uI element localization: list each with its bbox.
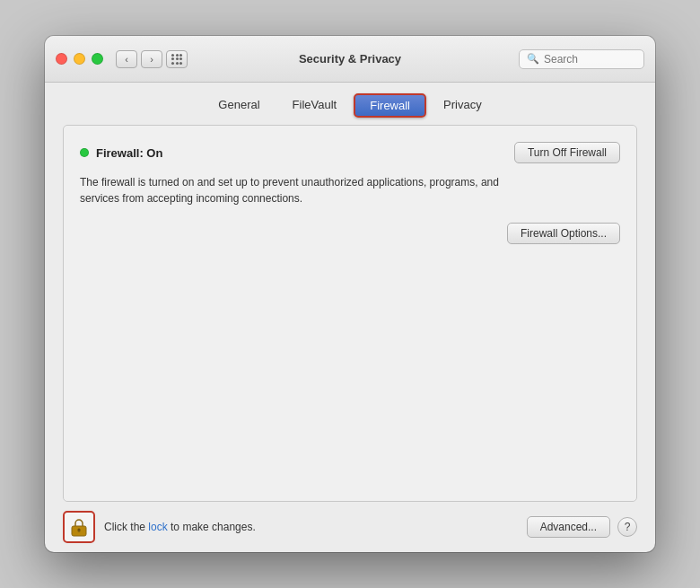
forward-button[interactable]: › <box>141 50 162 68</box>
close-button[interactable] <box>56 53 67 65</box>
tabs-bar: General FileVault Firewall Privacy <box>45 83 655 125</box>
search-icon: 🔍 <box>527 53 539 65</box>
firewall-status-label: Firewall: On <box>96 146 162 160</box>
search-input[interactable] <box>544 53 636 66</box>
grid-view-button[interactable] <box>166 50 188 68</box>
main-window: ‹ › Security & Privacy 🔍 General FileVau… <box>45 36 655 552</box>
lock-icon-button[interactable] <box>63 511 95 543</box>
lock-link[interactable]: lock <box>148 521 167 533</box>
content-area: Firewall: On Turn Off Firewall The firew… <box>63 125 637 502</box>
minimize-button[interactable] <box>74 53 85 65</box>
advanced-button[interactable]: Advanced... <box>527 516 610 538</box>
firewall-status-row: Firewall: On Turn Off Firewall <box>80 142 620 163</box>
bottom-bar: Click the lock to make changes. Advanced… <box>45 502 655 552</box>
status-dot <box>80 148 89 157</box>
traffic-lights <box>56 53 103 65</box>
firewall-options-button[interactable]: Firewall Options... <box>507 223 620 244</box>
nav-buttons: ‹ › <box>116 50 162 68</box>
status-left: Firewall: On <box>80 146 162 160</box>
svg-point-2 <box>78 529 81 531</box>
turn-off-firewall-button[interactable]: Turn Off Firewall <box>514 142 620 163</box>
titlebar: ‹ › Security & Privacy 🔍 <box>45 36 655 83</box>
help-button[interactable]: ? <box>617 517 637 537</box>
tab-filevault[interactable]: FileVault <box>277 93 353 118</box>
back-button[interactable]: ‹ <box>116 50 137 68</box>
lock-icon <box>69 517 89 537</box>
window-title: Security & Privacy <box>299 52 401 66</box>
tab-privacy[interactable]: Privacy <box>428 93 497 118</box>
lock-description: Click the lock to make changes. <box>104 521 518 533</box>
bottom-right-actions: Advanced... ? <box>527 516 637 538</box>
search-box[interactable]: 🔍 <box>519 49 644 69</box>
firewall-description: The firewall is turned on and set up to … <box>80 174 511 206</box>
maximize-button[interactable] <box>92 53 103 65</box>
tab-firewall[interactable]: Firewall <box>354 93 426 118</box>
tab-general[interactable]: General <box>203 93 275 118</box>
